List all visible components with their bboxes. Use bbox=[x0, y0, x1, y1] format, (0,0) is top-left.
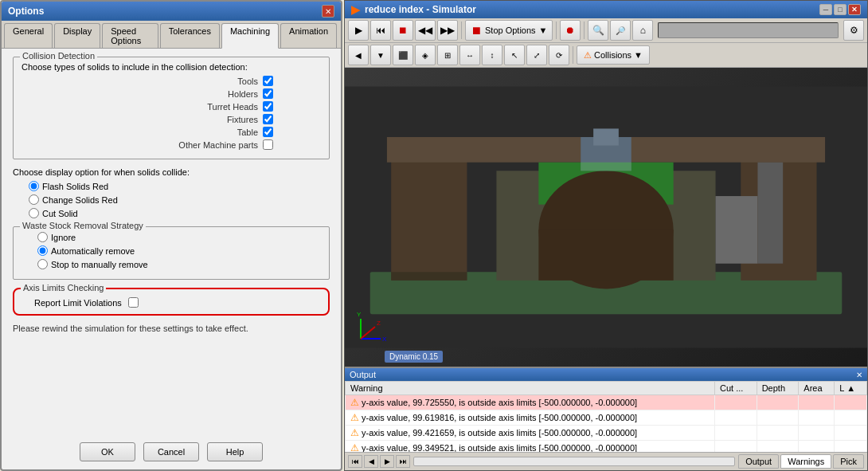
tb2-btn1[interactable]: ◀ bbox=[348, 45, 369, 65]
area-cell bbox=[799, 395, 835, 410]
svg-line-17 bbox=[361, 327, 375, 339]
table-row[interactable]: ⚠ y-axis value, 99.421659, is outside ax… bbox=[346, 426, 867, 441]
record-button[interactable]: ⏺ bbox=[560, 20, 581, 41]
holders-checkbox[interactable] bbox=[263, 88, 273, 99]
svg-rect-8 bbox=[538, 230, 673, 280]
turret-heads-checkbox[interactable] bbox=[263, 101, 273, 112]
warning-cell: ⚠ y-axis value, 99.725550, is outside ax… bbox=[346, 395, 715, 410]
machine-3d-view bbox=[345, 68, 867, 367]
tb2-btn10[interactable]: ⟳ bbox=[549, 45, 569, 65]
report-limit-row: Report Limit Violations bbox=[30, 297, 320, 308]
flash-solids-radio[interactable] bbox=[29, 181, 39, 191]
help-button[interactable]: Help bbox=[207, 442, 263, 461]
radio-flash-solids: Flash Solids Red bbox=[29, 181, 330, 191]
settings-button[interactable]: ⚙ bbox=[843, 20, 864, 41]
tb2-btn2[interactable]: ▼ bbox=[370, 45, 391, 65]
table-row[interactable]: ⚠ y-axis value, 99.349521, is outside ax… bbox=[346, 441, 867, 453]
tab-speed-options[interactable]: Speed Options bbox=[102, 23, 158, 48]
footer-tab-warnings[interactable]: Warnings bbox=[780, 454, 831, 469]
toolbar2: ◀ ▼ ⬛ ◈ ⊞ ↔ ↕ ↖ ⤢ ⟳ ⚠ Collisions ▼ bbox=[345, 43, 867, 68]
tabs-bar: General Display Speed Options Tolerances… bbox=[2, 21, 341, 49]
nav-first-button[interactable]: ⏮ bbox=[348, 455, 362, 468]
radio-auto-remove: Automatically remove bbox=[37, 245, 321, 256]
report-limit-label: Report Limit Violations bbox=[34, 298, 122, 308]
warning-text: y-axis value, 99.421659, is outside axis… bbox=[362, 428, 637, 438]
svg-rect-13 bbox=[391, 272, 467, 281]
cut-solid-radio[interactable] bbox=[29, 208, 39, 218]
change-solids-radio[interactable] bbox=[29, 194, 39, 205]
stop-button[interactable]: ⏹ bbox=[393, 20, 413, 41]
checkbox-turret-heads: Turret Heads bbox=[22, 101, 321, 112]
footer-tab-output[interactable]: Output bbox=[738, 454, 779, 469]
tab-general[interactable]: General bbox=[4, 23, 53, 48]
tools-checkbox[interactable] bbox=[263, 76, 273, 86]
ok-button[interactable]: OK bbox=[80, 442, 135, 461]
dialog-title: Options bbox=[8, 6, 44, 17]
stop-manually-radio[interactable] bbox=[37, 259, 48, 269]
col-l: L ▲ bbox=[835, 382, 867, 395]
toolbar-separator3 bbox=[584, 22, 585, 39]
table-row[interactable]: ⚠ y-axis value, 99.619816, is outside ax… bbox=[346, 410, 867, 426]
stop-options-dropdown-icon: ▼ bbox=[539, 26, 548, 35]
col-depth: Depth bbox=[757, 382, 799, 395]
fixtures-checkbox[interactable] bbox=[263, 114, 273, 124]
col-cut: Cut ... bbox=[715, 382, 757, 395]
tab-display[interactable]: Display bbox=[54, 23, 100, 48]
report-limit-checkbox[interactable] bbox=[128, 297, 139, 308]
close-button[interactable]: ✕ bbox=[848, 4, 861, 15]
nav-last-button[interactable]: ⏭ bbox=[396, 455, 410, 468]
waste-stock-group: Waste Stock Removal Strategy Ignore Auto… bbox=[13, 226, 330, 280]
cut-cell bbox=[715, 410, 757, 426]
slider[interactable] bbox=[658, 22, 839, 38]
tb2-btn8[interactable]: ↖ bbox=[504, 45, 525, 65]
collisions-button[interactable]: ⚠ Collisions ▼ bbox=[577, 45, 650, 65]
tab-animation[interactable]: Animation bbox=[280, 23, 337, 48]
tab-tolerances[interactable]: Tolerances bbox=[160, 23, 220, 48]
minimize-button[interactable]: ─ bbox=[819, 4, 832, 15]
table-label: Table bbox=[237, 128, 258, 137]
table-checkbox[interactable] bbox=[263, 127, 273, 137]
dialog-titlebar: Options ✕ bbox=[2, 2, 341, 21]
skip-start-button[interactable]: ⏮ bbox=[370, 20, 391, 41]
sim-viewport[interactable]: Dynamic 0.15 X Y Z bbox=[345, 68, 867, 367]
horizontal-scrollbar[interactable] bbox=[413, 457, 735, 466]
auto-remove-radio[interactable] bbox=[37, 245, 48, 256]
output-titlebar: Output ✕ bbox=[345, 368, 867, 381]
display-description: Choose display option for when solids co… bbox=[13, 167, 330, 177]
tb2-btn9[interactable]: ⤢ bbox=[526, 45, 547, 65]
table-body: ⚠ y-axis value, 99.725550, is outside ax… bbox=[346, 395, 867, 453]
table-row[interactable]: ⚠ y-axis value, 99.725550, is outside ax… bbox=[346, 395, 867, 410]
other-machine-parts-checkbox[interactable] bbox=[263, 139, 273, 150]
cut-cell bbox=[715, 426, 757, 441]
dialog-close-button[interactable]: ✕ bbox=[322, 5, 334, 18]
home-button[interactable]: ⌂ bbox=[632, 20, 653, 41]
maximize-button[interactable]: □ bbox=[834, 4, 846, 15]
zoom-out-button[interactable]: 🔎 bbox=[610, 20, 631, 41]
stop-icon: ⏹ bbox=[471, 24, 482, 37]
axis-limits-group: Axis Limits Checking Report Limit Violat… bbox=[13, 288, 330, 316]
warnings-table: Warning Cut ... Depth Area L ▲ ⚠ y-axis … bbox=[345, 381, 867, 452]
output-table[interactable]: Warning Cut ... Depth Area L ▲ ⚠ y-axis … bbox=[345, 381, 867, 452]
tb2-btn5[interactable]: ⊞ bbox=[437, 45, 458, 65]
other-machine-parts-label: Other Machine parts bbox=[178, 140, 258, 150]
tb2-btn7[interactable]: ↕ bbox=[482, 45, 502, 65]
tb2-btn4[interactable]: ◈ bbox=[415, 45, 436, 65]
toolbar-separator1 bbox=[461, 22, 462, 39]
tab-machining[interactable]: Machining bbox=[221, 23, 279, 49]
sim-win-buttons: ─ □ ✕ bbox=[819, 4, 861, 15]
turret-heads-label: Turret Heads bbox=[207, 102, 258, 112]
play-button[interactable]: ▶ bbox=[348, 20, 369, 41]
tb2-btn6[interactable]: ↔ bbox=[459, 45, 480, 65]
cancel-button[interactable]: Cancel bbox=[143, 442, 199, 461]
stop-options-button[interactable]: ⏹ Stop Options ▼ bbox=[465, 20, 553, 41]
zoom-in-button[interactable]: 🔍 bbox=[588, 20, 608, 41]
output-close-button[interactable]: ✕ bbox=[856, 371, 862, 379]
table-header: Warning Cut ... Depth Area L ▲ bbox=[346, 382, 867, 395]
footer-tab-pick[interactable]: Pick bbox=[833, 454, 864, 469]
fast-forward-button[interactable]: ▶▶ bbox=[437, 20, 458, 41]
rewind-button[interactable]: ◀◀ bbox=[415, 20, 436, 41]
nav-next-button[interactable]: ▶ bbox=[380, 455, 394, 468]
ignore-radio[interactable] bbox=[37, 232, 48, 242]
tb2-btn3[interactable]: ⬛ bbox=[393, 45, 413, 65]
nav-prev-button[interactable]: ◀ bbox=[364, 455, 378, 468]
